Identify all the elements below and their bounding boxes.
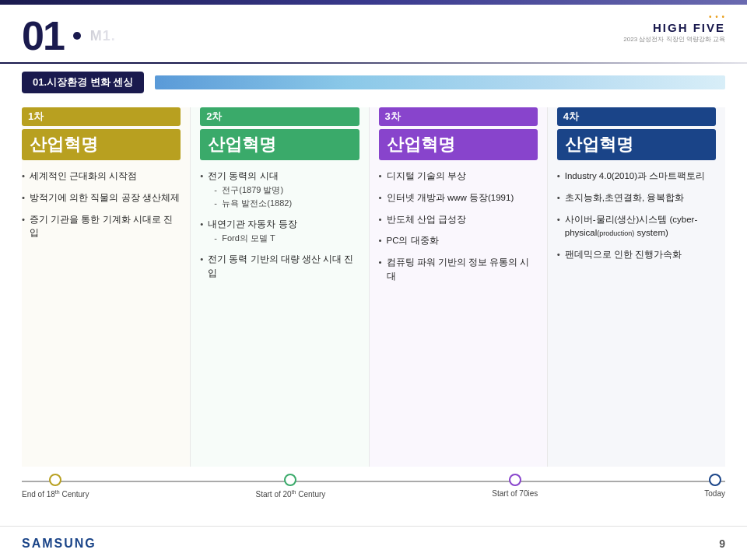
page-number: 9 <box>719 537 725 550</box>
list-item: 디지털 기술의 부상 <box>379 170 538 184</box>
list-item: 전기 동력 기반의 대량 생산 시대 진입 <box>200 253 359 281</box>
col1-bullet-list: 세계적인 근대화의 시작점 방적기에 의한 직물의 공장 생산체제 증기 기관을… <box>22 170 181 248</box>
col3-bullet-list: 디지털 기술의 부상 인터넷 개방과 www 등장(1991) 반도체 산업 급… <box>379 170 538 292</box>
col4-title: 산업혁명 <box>557 129 716 160</box>
list-item: 반도체 산업 급성장 <box>379 213 538 227</box>
logo-dots: • • • <box>623 12 725 21</box>
col1-title: 산업혁명 <box>22 129 181 160</box>
slide-number: 01 <box>22 16 64 56</box>
footer: SAMSUNG 9 <box>0 526 747 560</box>
timeline-circle-1 <box>49 474 61 486</box>
list-item: 초지능화,초연결화, 융복합화 <box>557 191 716 205</box>
list-item: 전구(1879 발명) <box>214 184 359 197</box>
header: 01 M1. • • • HIGH FIVE 2023 삼성전자 직장인 역량강… <box>0 5 747 62</box>
section-progress-bar <box>155 75 725 89</box>
dot-separator <box>73 32 81 40</box>
timeline-circle-4 <box>709 474 721 486</box>
list-item: 컴퓨팅 파워 기반의 정보 유통의 시대 <box>379 256 538 284</box>
timeline-points: End of 18th Century Start of 20th Centur… <box>22 474 725 499</box>
col4-badge: 4차 <box>557 107 716 126</box>
timeline-circle-2 <box>284 474 296 486</box>
timeline-label-3: Start of 70ies <box>492 489 538 498</box>
list-item: 세계적인 근대화의 시작점 <box>22 170 181 184</box>
timeline-label-1: End of 18th Century <box>22 489 89 499</box>
timeline-point-2: Start of 20th Century <box>256 474 326 499</box>
list-item: 팬데믹으로 인한 진행가속화 <box>557 248 716 262</box>
col-2nd-revolution: 2차 산업혁명 전기 동력의 시대 전구(1879 발명) 뉴욕 발전소(188… <box>191 107 369 467</box>
logo-area: • • • HIGH FIVE 2023 삼성전자 직장인 역량강화 교육 <box>623 12 725 44</box>
col-3rd-revolution: 3차 산업혁명 디지털 기술의 부상 인터넷 개방과 www 등장(1991) … <box>370 107 548 467</box>
col3-badge: 3차 <box>379 107 538 126</box>
col-4th-revolution: 4차 산업혁명 Industry 4.0(2010)과 스마트팩토리 초지능화,… <box>548 107 725 467</box>
list-item: 인터넷 개방과 www 등장(1991) <box>379 191 538 205</box>
timeline-point-3: Start of 70ies <box>492 474 538 499</box>
col4-bullet-list: Industry 4.0(2010)과 스마트팩토리 초지능화,초연결화, 융복… <box>557 170 716 270</box>
section-badge: 01.시장환경 변화 센싱 <box>22 72 144 93</box>
list-item: 뉴욕 발전소(1882) <box>214 197 359 210</box>
samsung-brand: SAMSUNG <box>22 537 96 551</box>
col2-title: 산업혁명 <box>200 129 359 160</box>
list-item: Industry 4.0(2010)과 스마트팩토리 <box>557 170 716 184</box>
section-header-row: 01.시장환경 변화 센싱 <box>0 64 747 93</box>
list-item: 전기 동력의 시대 전구(1879 발명) 뉴욕 발전소(1882) <box>200 170 359 210</box>
col2-badge: 2차 <box>200 107 359 126</box>
timeline-label-2: Start of 20th Century <box>256 489 326 499</box>
list-item: 사이버-물리(생산)시스템 (cyber-physical(production… <box>557 213 716 241</box>
timeline-point-4: Today <box>704 474 725 499</box>
sub-bullet-list: Ford의 모델 T <box>208 232 359 245</box>
list-item: 증기 기관을 통한 기계화 시대로 진입 <box>22 213 181 241</box>
list-item: 방적기에 의한 직물의 공장 생산체제 <box>22 191 181 205</box>
col2-bullet-list: 전기 동력의 시대 전구(1879 발명) 뉴욕 발전소(1882) 내연기관 … <box>200 170 359 288</box>
timeline: End of 18th Century Start of 20th Centur… <box>22 467 725 506</box>
sub-bullet-list: 전구(1879 발명) 뉴욕 발전소(1882) <box>208 184 359 210</box>
list-item: PC의 대중화 <box>379 234 538 248</box>
list-item: 내연기관 자동차 등장 Ford의 모델 T <box>200 218 359 245</box>
main-content: 1차 산업혁명 세계적인 근대화의 시작점 방적기에 의한 직물의 공장 생산체… <box>0 93 747 467</box>
col3-title: 산업혁명 <box>379 129 538 160</box>
col1-badge: 1차 <box>22 107 181 126</box>
col-1st-revolution: 1차 산업혁명 세계적인 근대화의 시작점 방적기에 의한 직물의 공장 생산체… <box>22 107 191 467</box>
logo-highfive: HIGH FIVE <box>623 21 725 34</box>
logo-subtitle: 2023 삼성전자 직장인 역량강화 교육 <box>623 35 725 44</box>
header-title: M1. <box>90 28 116 44</box>
timeline-label-4: Today <box>704 489 725 498</box>
timeline-circle-3 <box>509 474 521 486</box>
timeline-point-1: End of 18th Century <box>22 474 89 499</box>
list-item: Ford의 모델 T <box>214 232 359 245</box>
